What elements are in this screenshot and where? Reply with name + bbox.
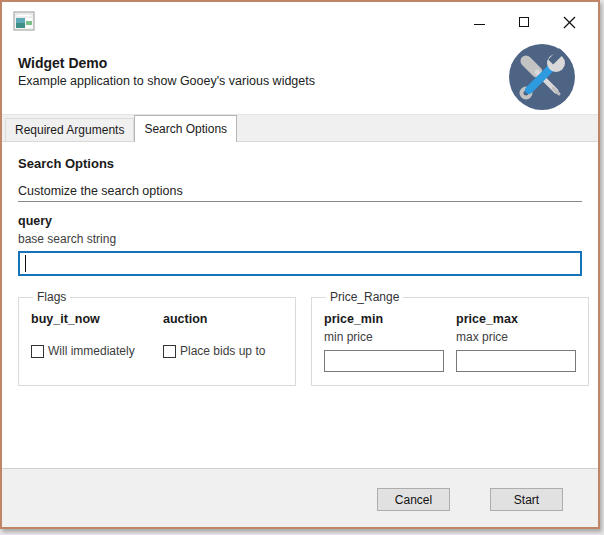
flags-group: Flags buy_it_now Will immediately auctio… — [18, 290, 296, 386]
price-min-label: price_min — [324, 312, 456, 326]
query-label: query — [18, 214, 582, 228]
crossed-tools-icon — [509, 44, 575, 110]
query-field-wrap — [18, 251, 582, 276]
start-button[interactable]: Start — [490, 488, 563, 511]
titlebar — [2, 2, 598, 38]
auction-checkbox-label: Place bids up to — [180, 344, 265, 358]
maximize-button[interactable] — [517, 15, 531, 29]
tab-panel-search-options: Search Options Customize the search opti… — [2, 142, 598, 468]
price-max-help: max price — [456, 330, 588, 344]
app-window-icon — [13, 11, 35, 31]
buy-it-now-field: buy_it_now Will immediately — [31, 304, 163, 358]
tab-bar: Required Arguments Search Options — [2, 114, 598, 142]
close-icon — [563, 16, 576, 29]
minimize-button[interactable] — [472, 15, 486, 29]
tab-required-arguments[interactable]: Required Arguments — [5, 118, 134, 141]
tab-label: Search Options — [144, 122, 227, 136]
section-title: Search Options — [18, 156, 582, 171]
query-help: base search string — [18, 232, 582, 246]
price-min-help: min price — [324, 330, 456, 344]
buy-it-now-label: buy_it_now — [31, 312, 163, 326]
price-max-field: price_max max price — [456, 304, 588, 372]
auction-label: auction — [163, 312, 295, 326]
auction-field: auction Place bids up to — [163, 304, 295, 358]
tab-search-options[interactable]: Search Options — [134, 115, 237, 142]
auction-checkbox[interactable] — [163, 345, 176, 358]
maximize-icon — [519, 17, 529, 27]
price-range-group-legend: Price_Range — [326, 290, 403, 304]
price-max-input[interactable] — [456, 350, 576, 372]
minimize-icon — [474, 24, 485, 25]
cancel-button[interactable]: Cancel — [377, 488, 450, 511]
section-divider — [18, 201, 582, 202]
buy-it-now-checkbox-label: Will immediately — [48, 344, 135, 358]
price-min-field: price_min min price — [324, 304, 456, 372]
section-subtitle: Customize the search options — [18, 184, 582, 198]
price-range-group: Price_Range price_min min price price_ma… — [311, 290, 589, 386]
buy-it-now-checkbox[interactable] — [31, 345, 44, 358]
flags-group-legend: Flags — [33, 290, 70, 304]
close-button[interactable] — [562, 15, 576, 29]
footer: Cancel Start — [2, 468, 598, 527]
price-min-input[interactable] — [324, 350, 444, 372]
header: Widget Demo Example application to show … — [2, 38, 598, 114]
price-max-label: price_max — [456, 312, 588, 326]
groups-row: Flags buy_it_now Will immediately auctio… — [18, 290, 582, 386]
window-controls — [472, 2, 598, 29]
text-caret — [25, 255, 26, 272]
tab-label: Required Arguments — [15, 123, 124, 137]
app-window: Widget Demo Example application to show … — [0, 0, 600, 529]
query-input[interactable] — [18, 251, 582, 276]
